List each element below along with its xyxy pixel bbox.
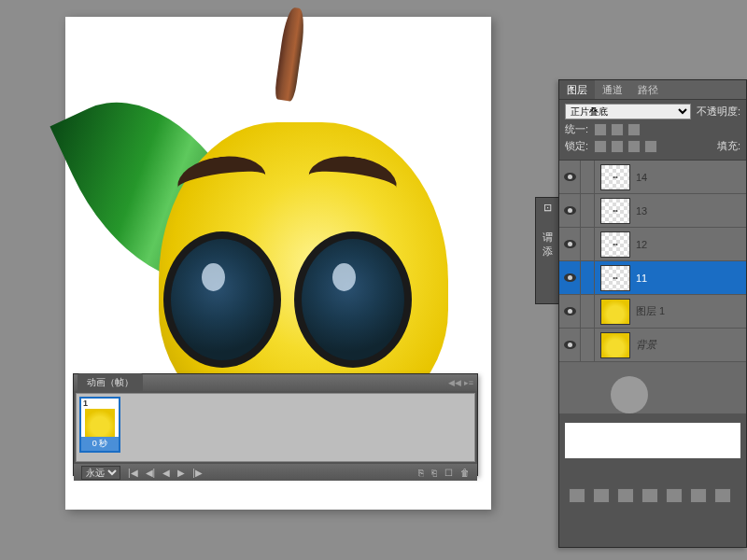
layers-panel-tabs: 图层 通道 路径 [559,80,746,100]
blend-mode-select[interactable]: 正片叠底 [565,104,691,119]
photoshop-workspace: 动画（帧） ◀◀ ▸≡ 1 0 秒 永远 |◀ ◀| ◀ ▶ |▶ ⎘ ⎗ ☐ … [0,0,747,560]
layer-name[interactable]: 12 [636,239,746,250]
group-button[interactable] [666,488,683,503]
eye-icon [564,240,576,248]
layer-name[interactable]: 13 [636,205,746,217]
visibility-toggle[interactable] [559,273,580,284]
frame-duration[interactable]: 0 秒 [81,437,119,451]
eye-icon [564,173,576,181]
link-column[interactable] [580,161,595,193]
layer-name[interactable]: 11 [636,273,746,284]
opacity-label: 不透明度: [697,105,740,119]
animation-tab[interactable]: 动画（帧） [78,373,143,392]
play-button[interactable]: ▶ [177,468,185,478]
layer-style-button[interactable] [593,488,610,503]
tab-paths[interactable]: 路径 [630,80,666,99]
next-frame-button[interactable]: |▶ [192,468,203,478]
back-button[interactable]: ◀ [162,468,170,478]
whitebox-area [565,423,740,458]
lock-label: 锁定: [565,139,588,153]
delete-frame-button[interactable]: 🗑 [460,468,470,478]
eye-right [294,231,412,368]
prev-frame-button[interactable]: ◀| [146,468,156,478]
layer-row-layer1[interactable]: 图层 1 [559,295,746,329]
layer-name[interactable]: 14 [636,172,746,183]
layer-row-14[interactable]: 14 [559,161,746,194]
link-column[interactable] [580,228,595,260]
duplicate-frame-button[interactable]: ⎗ [431,468,437,478]
layer-thumbnail[interactable] [600,332,630,358]
layer-name[interactable]: 图层 1 [636,304,746,318]
layers-panel: 图层 通道 路径 正片叠底 不透明度: 统一: 锁定: 填充: [558,79,747,548]
unify-icons[interactable] [594,123,641,136]
layer-name[interactable]: 背景 [636,338,746,352]
layer-row-11[interactable]: 11 [559,261,746,295]
new-layer-button[interactable] [690,488,707,503]
layer-mask-button[interactable] [617,488,634,503]
collapsed-panel[interactable]: ⊡ 谓 添 [535,197,559,304]
collapsed-panel-icon: ⊡ [538,202,557,214]
layer-thumbnail[interactable] [600,198,630,224]
animation-frame-1[interactable]: 1 0 秒 [79,397,120,453]
layer-thumbnail[interactable] [600,265,630,291]
animation-frames-area: 1 0 秒 [76,393,475,462]
layer-thumbnail[interactable] [600,231,630,258]
animation-panel: 动画（帧） ◀◀ ▸≡ 1 0 秒 永远 |◀ ◀| ◀ ▶ |▶ ⎘ ⎗ ☐ … [73,373,478,476]
layers-panel-footer [569,487,737,504]
layer-row-13[interactable]: 13 [559,194,746,228]
link-layers-button[interactable] [569,488,585,503]
first-frame-button[interactable]: |◀ [128,468,138,478]
collapsed-panel-text-1: 谓 [538,231,557,245]
eye-icon [564,307,576,315]
eye-icon [564,341,576,349]
link-column[interactable] [580,261,595,294]
visibility-toggle[interactable] [559,205,580,217]
eye-icon [564,206,576,215]
visibility-toggle[interactable] [559,306,580,317]
collapsed-panel-text-2: 添 [538,245,557,259]
grey-circle-icon [611,376,648,413]
frame-number: 1 [83,399,88,408]
link-column[interactable] [580,329,595,361]
lock-icons[interactable] [594,140,657,153]
unify-label: 统一: [565,122,588,136]
delete-layer-button[interactable] [714,488,731,503]
link-column[interactable] [580,295,595,328]
layer-list: 14 13 12 11 [559,161,746,413]
new-frame-button[interactable]: ☐ [444,468,453,478]
tab-channels[interactable]: 通道 [595,80,630,99]
fill-label: 填充: [717,139,740,153]
loop-select[interactable]: 永远 [81,466,120,480]
visibility-toggle[interactable] [559,340,580,351]
visibility-toggle[interactable] [559,172,580,183]
animation-footer: 永远 |◀ ◀| ◀ ▶ |▶ ⎘ ⎗ ☐ 🗑 [74,464,477,481]
link-column[interactable] [580,194,595,227]
visibility-toggle[interactable] [559,239,580,250]
layer-thumbnail[interactable] [600,164,630,190]
tab-layers[interactable]: 图层 [559,80,595,99]
tween-button[interactable]: ⎘ [418,468,424,478]
layer-row-background[interactable]: 背景 [559,329,746,362]
adjustment-layer-button[interactable] [641,488,658,503]
eye-icon [564,273,576,282]
layer-thumbnail[interactable] [600,299,630,325]
layers-options: 正片叠底 不透明度: 统一: 锁定: 填充: [559,100,746,161]
frame-thumbnail [85,409,115,438]
stem-shape [274,7,307,102]
animation-panel-header[interactable]: 动画（帧） ◀◀ ▸≡ [74,374,477,391]
panel-collapse-icon[interactable]: ◀◀ ▸≡ [448,378,473,387]
eye-left [163,231,281,368]
layer-row-12[interactable]: 12 [559,228,746,261]
